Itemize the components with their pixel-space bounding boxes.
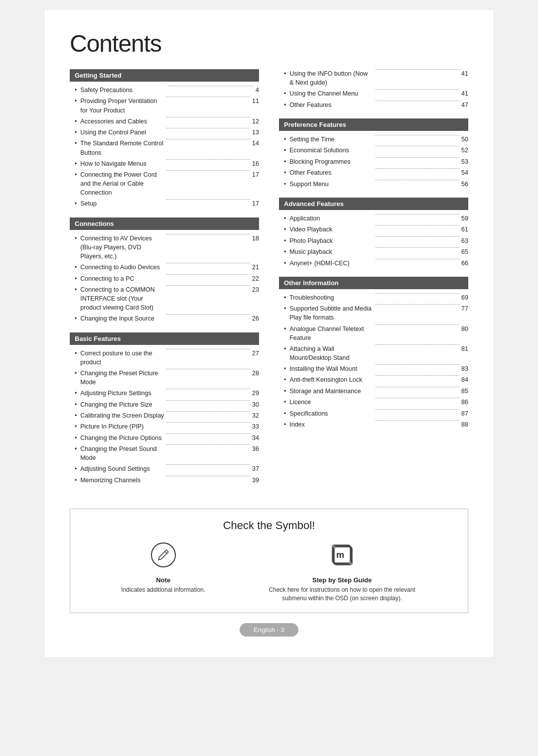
list-item: The Standard Remote Control Buttons14 [75, 139, 259, 157]
item-page-number: 54 [461, 168, 468, 177]
item-list: Application59Video Playback61Photo Playb… [279, 214, 468, 268]
item-dots [166, 314, 250, 315]
list-item: Anynet+ (HDMI-CEC)66 [284, 259, 468, 268]
item-dots [376, 69, 459, 70]
list-item: Blocking Programmes53 [284, 157, 468, 166]
footer: English - 3 [70, 623, 468, 637]
item-text: Connecting to AV Devices (Blu-ray Player… [80, 234, 164, 261]
list-item: Picture In Picture (PIP)33 [75, 422, 259, 431]
item-dots [166, 464, 250, 465]
item-text: Connecting to a COMMON INTERFACE slot (Y… [80, 285, 164, 312]
item-dots [376, 135, 459, 135]
list-item: Adjusting Picture Settings29 [75, 389, 259, 398]
item-dots [376, 89, 459, 90]
item-text: Music playback [289, 247, 373, 256]
item-page-number: 11 [252, 97, 259, 106]
item-page-number: 29 [252, 389, 259, 398]
list-item: Memorizing Channels39 [75, 476, 259, 485]
item-page-number: 88 [461, 420, 468, 429]
item-text: Specifications [289, 409, 373, 418]
list-item: Anti-theft Kensington Lock84 [284, 375, 468, 384]
item-dots [376, 293, 459, 294]
item-text: Other Features [289, 168, 373, 177]
item-dots [166, 476, 250, 476]
step-guide-icon: m [329, 542, 355, 572]
item-page-number: 4 [256, 86, 259, 95]
item-dots [376, 387, 459, 387]
item-page-number: 47 [461, 101, 468, 109]
item-dots [376, 146, 459, 146]
item-page-number: 63 [461, 236, 468, 245]
list-item: Calibrating the Screen Display32 [75, 411, 259, 420]
item-dots [166, 199, 250, 200]
item-dots [376, 398, 459, 398]
item-dots [376, 168, 459, 169]
item-text: Connecting to Audio Devices [80, 263, 164, 272]
item-page-number: 41 [461, 89, 468, 98]
item-page-number: 12 [252, 117, 259, 126]
item-dots [166, 263, 250, 263]
item-text: Changing the Picture Size [80, 400, 164, 409]
item-text: Installing the Wall Mount [289, 364, 373, 373]
item-page-number: 85 [461, 387, 468, 396]
item-page-number: 59 [461, 214, 468, 223]
list-item: Video Playback61 [284, 225, 468, 234]
note-icon [150, 542, 176, 572]
item-page-number: 83 [461, 364, 468, 373]
item-text: Attaching a Wall Mount/Desktop Stand [289, 344, 373, 362]
item-text: Adjusting Sound Settings [80, 464, 164, 473]
list-item: Safety Precautions4 [75, 86, 259, 95]
item-list: Safety Precautions4Providing Proper Vent… [70, 86, 259, 209]
item-text: Index [289, 420, 373, 429]
list-item: Other Features54 [284, 168, 468, 177]
item-text: Economical Solutions [289, 146, 373, 155]
section-header: Preference Features [279, 118, 468, 131]
list-item: Licence86 [284, 398, 468, 407]
item-text: Changing the Input Source [80, 314, 164, 323]
section: Using the INFO button (Now & Next guide)… [279, 69, 468, 109]
left-column: Getting StartedSafety Precautions4Provid… [70, 69, 259, 494]
list-item: Application59 [284, 214, 468, 223]
item-text: Other Features [289, 101, 373, 109]
item-text: Connecting the Power Cord and the Aerial… [80, 170, 164, 197]
section: Preference FeaturesSetting the Time50Eco… [279, 118, 468, 189]
item-text: Licence [289, 398, 373, 407]
list-item: Using the Control Panel13 [75, 128, 259, 137]
item-dots [166, 389, 250, 389]
item-dots [166, 159, 250, 160]
item-page-number: 23 [252, 285, 259, 294]
list-item: Support Menu56 [284, 180, 468, 189]
item-text: Changing the Preset Picture Mode [80, 369, 164, 387]
item-list: Using the INFO button (Now & Next guide)… [279, 69, 468, 109]
list-item: Changing the Input Source26 [75, 314, 259, 323]
item-text: Accessories and Cables [80, 117, 164, 126]
section: Basic FeaturesCorrect posture to use the… [70, 332, 259, 485]
note-description: Indicates additional information. [121, 586, 205, 594]
item-dots [166, 139, 250, 139]
step-guide-symbol: m Step by Step Guide Check here for inst… [268, 542, 417, 603]
step-guide-label: Step by Step Guide [312, 576, 372, 584]
item-page-number: 87 [461, 409, 468, 418]
item-text: Using the Control Panel [80, 128, 164, 137]
item-text: Using the Channel Menu [289, 89, 373, 98]
item-dots [376, 157, 459, 158]
item-dots [376, 304, 459, 305]
item-text: Adjusting Picture Settings [80, 389, 164, 398]
item-text: Support Menu [289, 180, 373, 189]
svg-text:m: m [336, 550, 344, 560]
item-page-number: 27 [252, 349, 259, 358]
item-dots [166, 117, 250, 117]
item-dots [166, 274, 250, 275]
item-text: Storage and Maintenance [289, 387, 373, 396]
list-item: Supported Subtitle and Media Play file f… [284, 304, 468, 322]
item-dots [166, 411, 250, 412]
item-page-number: 65 [461, 247, 468, 256]
item-dots [166, 433, 250, 434]
svg-point-0 [151, 543, 175, 567]
list-item: Connecting to a PC22 [75, 274, 259, 283]
item-text: Providing Proper Ventilation for Your Pr… [80, 97, 164, 114]
item-page-number: 28 [252, 369, 259, 378]
list-item: Connecting to Audio Devices21 [75, 263, 259, 272]
item-text: Safety Precautions [80, 86, 166, 95]
item-dots [376, 180, 459, 180]
